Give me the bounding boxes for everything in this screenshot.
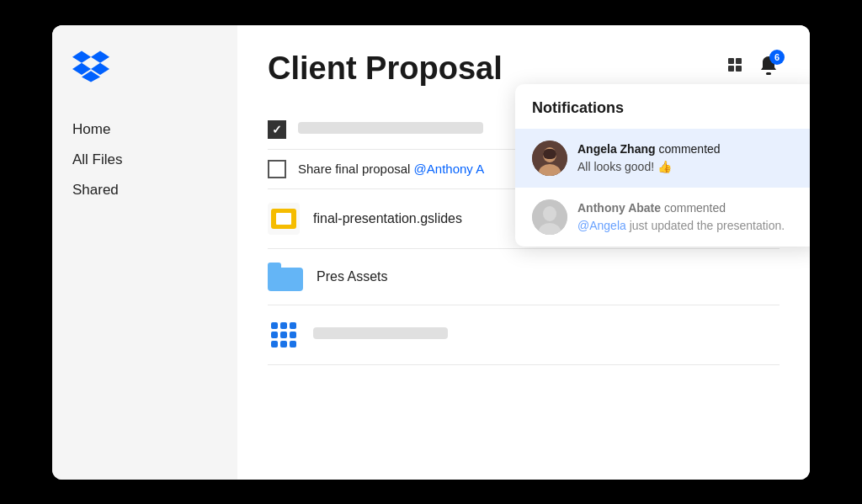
task-label-placeholder	[298, 122, 483, 136]
avatar	[532, 199, 567, 235]
svg-rect-1	[736, 58, 742, 64]
page-title: Client Proposal	[268, 50, 503, 87]
notification-badge: 6	[769, 50, 785, 65]
file-name: Pres Assets	[317, 269, 387, 284]
checkbox-empty[interactable]	[268, 160, 286, 178]
notification-body-suffix: just updated the presentation.	[626, 219, 785, 232]
notification-action: commented	[664, 201, 726, 215]
notification-item[interactable]: Angela Zhang commented All looks good! 👍	[515, 129, 810, 188]
list-item[interactable]: Pres Assets	[268, 249, 780, 305]
notification-mention: @Angela	[577, 219, 626, 232]
slides-square-icon	[271, 209, 296, 229]
main-header: Client Proposal	[268, 50, 780, 87]
main-content: Client Proposal	[237, 25, 810, 480]
notification-text: Anthony Abate commented @Angela just upd…	[577, 199, 801, 235]
sidebar-navigation: Home All Files Shared	[72, 116, 217, 204]
sidebar: Home All Files Shared	[52, 25, 237, 480]
notification-body: @Angela just updated the presentation.	[577, 217, 801, 235]
svg-rect-4	[766, 72, 771, 75]
app-container: Home All Files Shared Client Proposal	[52, 25, 810, 480]
svg-rect-0	[728, 58, 734, 64]
svg-rect-2	[728, 66, 734, 72]
notifications-title: Notifications	[515, 84, 810, 129]
checkmark-icon: ✓	[272, 123, 282, 136]
folder-file-icon	[268, 263, 303, 291]
file-name-placeholder	[313, 327, 448, 342]
grid-view-icon[interactable]	[727, 57, 746, 80]
svg-rect-3	[736, 66, 742, 72]
svg-point-10	[543, 206, 556, 221]
grid-file-icon	[268, 319, 300, 351]
notifications-bell[interactable]: 6	[758, 55, 780, 82]
sidebar-item-shared[interactable]: Shared	[72, 177, 217, 204]
dropbox-logo-icon[interactable]	[72, 50, 217, 86]
notification-user: Angela Zhang	[577, 142, 656, 156]
file-name: final-presentation.gslides	[313, 211, 462, 226]
notifications-panel: Notifications Angela Zhang commented All…	[515, 84, 810, 247]
sidebar-logo	[72, 50, 217, 86]
notification-body: All looks good! 👍	[577, 158, 801, 176]
sidebar-item-home[interactable]: Home	[72, 116, 217, 143]
notification-item[interactable]: Anthony Abate commented @Angela just upd…	[515, 188, 810, 247]
avatar	[532, 141, 567, 176]
notification-user: Anthony Abate	[577, 201, 661, 215]
task-text: Share final proposal @Anthony A	[298, 162, 484, 176]
sidebar-item-all-files[interactable]: All Files	[72, 146, 217, 173]
notification-action: commented	[658, 142, 720, 156]
header-actions: 6	[727, 55, 780, 82]
task-mention: @Anthony A	[414, 162, 485, 176]
svg-rect-8	[543, 149, 556, 159]
notification-text: Angela Zhang commented All looks good! 👍	[577, 141, 801, 176]
task-label-text: Share final proposal	[298, 162, 414, 176]
checkbox-checked[interactable]: ✓	[268, 120, 286, 139]
list-item[interactable]	[268, 305, 780, 365]
slides-file-icon	[268, 203, 300, 235]
